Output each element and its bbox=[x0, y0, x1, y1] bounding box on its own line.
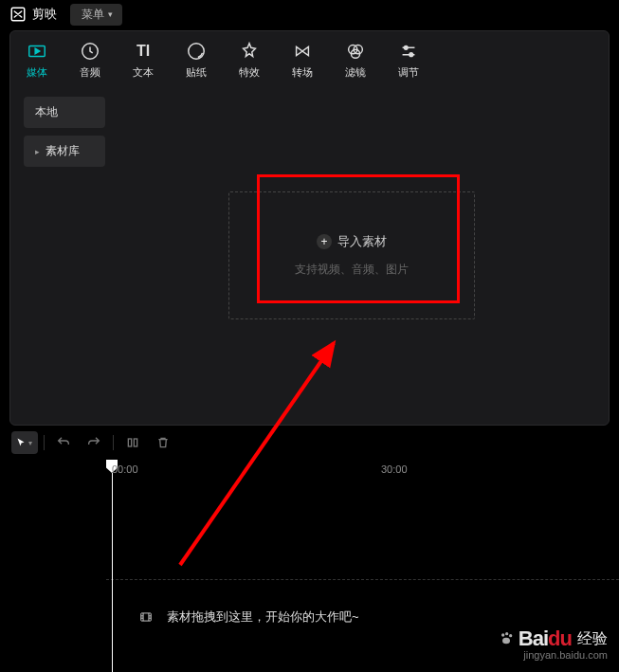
sidebar-item-label: 本地 bbox=[35, 104, 58, 120]
playhead-line bbox=[112, 473, 113, 672]
top-toolbar: 媒体 音频 TI 文本 贴纸 特效 转场 bbox=[10, 35, 609, 87]
transition-icon bbox=[292, 41, 313, 62]
timeline-ruler[interactable]: 00:00 30:00 bbox=[106, 460, 619, 484]
media-panel: + 导入素材 支持视频、音频、图片 bbox=[115, 87, 599, 425]
svg-point-16 bbox=[502, 638, 510, 645]
svg-rect-11 bbox=[141, 613, 152, 621]
paw-icon bbox=[498, 631, 515, 646]
tool-label: 贴纸 bbox=[186, 65, 207, 80]
ruler-label: 00:00 bbox=[112, 463, 138, 475]
import-support-text: 支持视频、音频、图片 bbox=[295, 262, 409, 278]
svg-point-14 bbox=[505, 632, 508, 635]
split-button[interactable] bbox=[119, 431, 146, 454]
plus-icon: + bbox=[317, 234, 332, 249]
track-drop-hint: 素材拖拽到这里，开始你的大作吧~ bbox=[106, 580, 619, 626]
media-icon bbox=[27, 41, 47, 62]
watermark-url: jingyan.baidu.com bbox=[523, 649, 608, 661]
sticker-icon bbox=[186, 41, 207, 62]
svg-rect-10 bbox=[134, 439, 137, 446]
watermark-brand: Baidu bbox=[519, 627, 572, 651]
tool-adjust[interactable]: 调节 bbox=[382, 35, 435, 87]
svg-point-3 bbox=[189, 44, 205, 60]
adjust-icon bbox=[398, 41, 419, 62]
tool-label: 调节 bbox=[398, 65, 419, 80]
cursor-tool-button[interactable]: ▾ bbox=[11, 431, 38, 454]
svg-point-7 bbox=[404, 46, 408, 50]
sidebar-item-library[interactable]: ▸ 素材库 bbox=[24, 136, 105, 167]
media-sidebar: 本地 ▸ 素材库 bbox=[20, 87, 115, 425]
svg-point-13 bbox=[501, 633, 504, 636]
tool-effect[interactable]: 特效 bbox=[223, 35, 276, 87]
jianying-logo-icon bbox=[9, 6, 27, 23]
svg-point-8 bbox=[410, 53, 413, 57]
tool-media[interactable]: 媒体 bbox=[10, 35, 64, 87]
timeline-controlbar: ▾ bbox=[0, 426, 619, 460]
watermark: Baidu 经验 jingyan.baidu.com bbox=[498, 627, 608, 661]
track-drop-text: 素材拖拽到这里，开始你的大作吧~ bbox=[167, 608, 359, 626]
ruler-label: 30:00 bbox=[381, 463, 408, 475]
film-icon bbox=[138, 610, 154, 624]
tool-text[interactable]: TI 文本 bbox=[117, 35, 170, 87]
separator bbox=[113, 435, 114, 450]
tool-label: 媒体 bbox=[27, 65, 47, 80]
chevron-down-icon: ▾ bbox=[28, 439, 32, 447]
chevron-right-icon: ▸ bbox=[35, 147, 40, 156]
import-label: 导入素材 bbox=[337, 233, 387, 250]
import-dropzone[interactable]: + 导入素材 支持视频、音频、图片 bbox=[228, 191, 475, 319]
svg-point-15 bbox=[509, 634, 512, 637]
tool-sticker[interactable]: 贴纸 bbox=[170, 35, 223, 87]
tool-transition[interactable]: 转场 bbox=[276, 35, 329, 87]
app-name: 剪映 bbox=[32, 6, 57, 23]
separator bbox=[44, 435, 45, 450]
playhead[interactable] bbox=[106, 460, 118, 672]
title-bar: 剪映 菜单 ▾ bbox=[0, 0, 619, 28]
app-logo: 剪映 bbox=[9, 6, 57, 23]
watermark-product: 经验 bbox=[577, 629, 608, 649]
tool-label: 滤镜 bbox=[345, 65, 366, 80]
menu-label: 菜单 bbox=[82, 7, 104, 23]
text-icon: TI bbox=[133, 41, 154, 62]
menu-dropdown[interactable]: 菜单 ▾ bbox=[70, 4, 122, 26]
sidebar-item-label: 素材库 bbox=[46, 143, 80, 159]
tool-label: 音频 bbox=[80, 65, 100, 80]
sidebar-item-local[interactable]: 本地 bbox=[24, 97, 105, 128]
tool-label: 转场 bbox=[292, 65, 313, 80]
filter-icon bbox=[345, 41, 366, 62]
tool-label: 特效 bbox=[239, 65, 260, 80]
redo-button[interactable] bbox=[81, 431, 107, 454]
undo-button[interactable] bbox=[50, 431, 77, 454]
tool-filter[interactable]: 滤镜 bbox=[329, 35, 382, 87]
chevron-down-icon: ▾ bbox=[108, 9, 113, 19]
audio-icon bbox=[80, 41, 100, 62]
tool-audio[interactable]: 音频 bbox=[64, 35, 117, 87]
tool-label: 文本 bbox=[133, 65, 154, 80]
delete-button[interactable] bbox=[150, 431, 176, 454]
svg-rect-9 bbox=[128, 439, 131, 446]
effect-icon bbox=[239, 41, 260, 62]
